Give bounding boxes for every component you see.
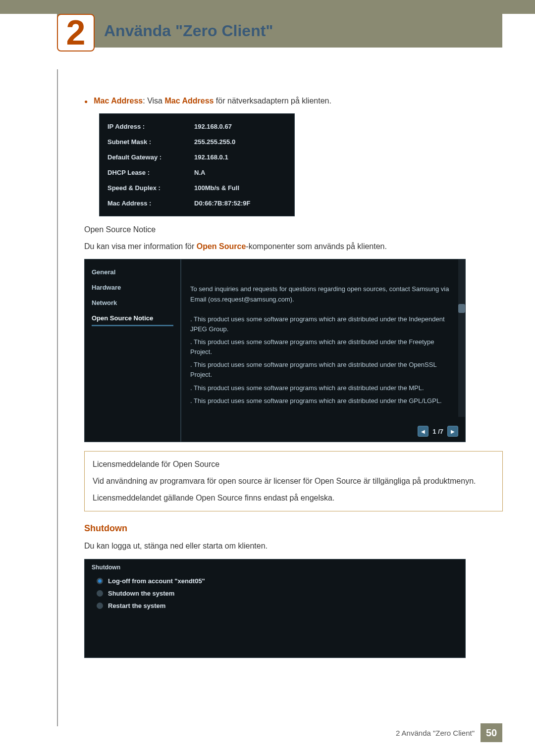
network-label: Default Gateway :: [107, 153, 194, 161]
network-label: DHCP Lease :: [107, 169, 194, 176]
network-row: DHCP Lease :N.A: [107, 165, 286, 180]
osn-paragraph: To send inquiries and requests for quest…: [190, 284, 451, 304]
network-label: Subnet Mask :: [107, 138, 194, 146]
network-value: 100Mb/s & Full: [194, 184, 239, 192]
shutdown-option-label: Log-off from account "xendt05": [108, 577, 205, 585]
bullet-text: Mac Address: Visa Mac Address för nätver…: [94, 97, 331, 105]
radio-icon[interactable]: [97, 578, 103, 584]
open-source-panel: GeneralHardwareNetworkOpen Source Notice…: [84, 259, 466, 442]
osn-text: To send inquiries and requests for quest…: [181, 259, 465, 413]
osn-paragraph: . This product uses some software progra…: [190, 383, 451, 393]
network-value: 255.255.255.0: [194, 138, 235, 146]
network-row: IP Address :192.168.0.67: [107, 119, 286, 134]
osn-paragraph: . This product uses some software progra…: [190, 360, 451, 380]
shutdown-heading: Shutdown: [84, 523, 503, 534]
scrollbar-thumb[interactable]: [458, 304, 465, 313]
bullet-mac-address: ● Mac Address: Visa Mac Address för nätv…: [84, 97, 503, 106]
note-line-1: Licensmeddelande för Open Source: [93, 458, 494, 470]
content: ● Mac Address: Visa Mac Address för nätv…: [84, 97, 503, 658]
network-label: IP Address :: [107, 123, 194, 130]
note-line-2: Vid användning av programvara för open s…: [93, 475, 494, 487]
bullet-em: Mac Address: [164, 97, 214, 105]
shutdown-option[interactable]: Restart the system: [90, 600, 460, 612]
footer: 2 Använda "Zero Client" 50: [396, 723, 502, 742]
pager-next-button[interactable]: ▶: [447, 426, 458, 437]
shutdown-option-label: Restart the system: [108, 602, 165, 609]
shutdown-lead: Du kan logga ut, stänga ned eller starta…: [84, 541, 503, 552]
shutdown-panel: Shutdown Log-off from account "xendt05"S…: [84, 559, 466, 658]
network-row: Default Gateway :192.168.0.1: [107, 150, 286, 165]
chapter-badge: 2: [57, 14, 95, 51]
bullet-strong: Mac Address: [94, 97, 143, 105]
chapter-title: Använda "Zero Client": [104, 22, 273, 40]
open-source-lead: Du kan visa mer information för Open Sou…: [84, 241, 503, 252]
osn-paragraph: . This product uses some software progra…: [190, 314, 451, 334]
page: 2 Använda "Zero Client" ● Mac Address: V…: [0, 0, 535, 756]
radio-icon[interactable]: [97, 590, 103, 597]
osn-sidebar-item[interactable]: Network: [92, 295, 173, 310]
footer-text: 2 Använda "Zero Client": [396, 729, 475, 737]
scrollbar[interactable]: [458, 259, 465, 417]
note-line-3: Licensmeddelandet gällande Open Source f…: [93, 492, 494, 504]
left-rule: [57, 69, 58, 726]
pager: ◀ 1 /7 ▶: [418, 426, 458, 437]
bullet-dot-icon: ●: [84, 97, 88, 106]
network-value: 192.168.0.1: [194, 153, 228, 161]
osn-main: To send inquiries and requests for quest…: [181, 259, 465, 442]
osn-sidebar-item[interactable]: Hardware: [92, 280, 173, 295]
open-source-heading: Open Source Notice: [84, 225, 503, 234]
shutdown-option[interactable]: Log-off from account "xendt05": [90, 575, 460, 587]
network-label: Mac Address :: [107, 200, 194, 207]
pager-prev-button[interactable]: ◀: [418, 426, 428, 437]
radio-icon[interactable]: [97, 603, 103, 609]
network-label: Speed & Duplex :: [107, 184, 194, 192]
network-value: N.A: [194, 169, 205, 176]
top-bar: [0, 0, 535, 14]
osn-paragraph: . This product uses some software progra…: [190, 337, 451, 357]
license-note-box: Licensmeddelande för Open Source Vid anv…: [84, 451, 503, 511]
osn-sidebar: GeneralHardwareNetworkOpen Source Notice: [85, 259, 181, 442]
osn-sidebar-item[interactable]: General: [92, 264, 173, 280]
shutdown-option-label: Shutdown the system: [108, 590, 174, 597]
network-row: Subnet Mask :255.255.255.0: [107, 134, 286, 150]
network-value: 192.168.0.67: [194, 123, 232, 130]
network-info-panel: IP Address :192.168.0.67Subnet Mask :255…: [99, 113, 295, 216]
osn-sidebar-item[interactable]: Open Source Notice: [92, 310, 173, 326]
pager-label: 1 /7: [432, 428, 443, 435]
osn-paragraph: . This product uses some software progra…: [190, 396, 451, 406]
network-row: Speed & Duplex :100Mb/s & Full: [107, 180, 286, 196]
page-number-badge: 50: [481, 723, 502, 742]
network-row: Mac Address :D0:66:7B:87:52:9F: [107, 196, 286, 211]
network-value: D0:66:7B:87:52:9F: [194, 200, 250, 207]
shutdown-option[interactable]: Shutdown the system: [90, 587, 460, 600]
shutdown-panel-title: Shutdown: [90, 562, 460, 575]
chapter-number: 2: [66, 15, 86, 50]
